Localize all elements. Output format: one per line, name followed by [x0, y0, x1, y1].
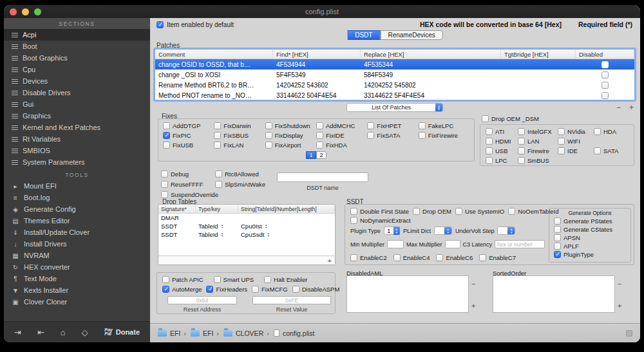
fix-checkbox-item[interactable]: FixHPET — [367, 122, 418, 130]
list-of-patches-dropdown[interactable]: List Of Patches ▴▾ — [346, 103, 443, 112]
fix-checkbox-item[interactable]: FakeLPC — [419, 122, 469, 130]
checkbox[interactable] — [206, 286, 213, 293]
checkbox[interactable] — [554, 226, 561, 233]
sidebar-section-item[interactable]: Boot Graphics — [4, 52, 150, 64]
device-checkbox-item[interactable]: WIFI — [558, 137, 594, 145]
fix-checkbox-item[interactable]: FixAirport — [265, 141, 316, 149]
apic-checkbox-item[interactable]: Halt Enabler — [264, 275, 307, 284]
sidebar-section-item[interactable]: SMBIOS — [4, 145, 150, 156]
apic-checkbox-item[interactable]: Patch APIC — [162, 275, 204, 284]
checkbox[interactable] — [594, 147, 601, 154]
checkbox[interactable] — [350, 217, 357, 224]
sidebar-section-item[interactable]: Disable Drivers — [4, 87, 150, 98]
patch-disabled-checkbox[interactable] — [601, 92, 609, 99]
min-multiplier-input[interactable] — [387, 240, 404, 248]
undervolt-dropdown[interactable]: ▴▾ — [497, 227, 515, 235]
close-button[interactable] — [10, 8, 17, 15]
device-checkbox-item[interactable]: SATA — [594, 147, 629, 155]
tab[interactable]: DSDT — [347, 30, 380, 40]
fix-checkbox-item[interactable]: FixDisplay — [265, 131, 316, 140]
column-header[interactable]: Signature* — [158, 205, 196, 213]
sidebar-tool-item[interactable]: ▣ Clover Cloner — [4, 296, 150, 308]
sidebar-section-item[interactable]: Graphics — [4, 110, 150, 122]
checkbox[interactable] — [558, 138, 565, 145]
fix-checkbox-item[interactable]: FixPIC — [163, 131, 214, 140]
generate-option-item[interactable]: Generate PStates — [554, 217, 626, 225]
checkbox[interactable] — [367, 132, 374, 139]
checkbox[interactable] — [419, 132, 426, 139]
checkbox[interactable] — [554, 243, 561, 250]
item-enabled-checkbox[interactable] — [156, 21, 164, 28]
checkbox[interactable] — [554, 234, 561, 241]
checkbox[interactable] — [162, 276, 169, 283]
generate-option-item[interactable]: PluginType — [554, 250, 626, 259]
footer-action-icon[interactable]: ⇥ — [14, 328, 21, 337]
checkbox[interactable] — [214, 276, 221, 283]
breadcrumb-item[interactable]: config.plist — [274, 329, 318, 337]
fix-checkbox-item[interactable]: FixDarwin — [214, 122, 265, 130]
page-button[interactable]: 2 — [316, 151, 327, 159]
checkbox[interactable] — [215, 181, 222, 188]
checkbox[interactable] — [508, 208, 515, 215]
plugin-type-stepper[interactable]: 1 ▴▾ — [384, 227, 400, 235]
misc-checkbox-item[interactable]: ReuseFFFF — [161, 180, 215, 189]
checkbox[interactable] — [594, 128, 601, 135]
column-header[interactable]: String[TableId]/Number[Length] — [238, 205, 335, 213]
footer-action-icon[interactable]: ⇤ — [37, 328, 44, 337]
checkbox[interactable] — [558, 128, 565, 135]
sortedorder-textarea[interactable] — [493, 275, 615, 313]
fix-checkbox-item[interactable]: FixFirewire — [419, 131, 469, 140]
sidebar-section-item[interactable]: System Parameters — [4, 156, 150, 168]
fix-checkbox-item[interactable]: FixSBUS — [214, 131, 265, 140]
checkbox[interactable] — [554, 251, 561, 258]
checkbox[interactable] — [214, 122, 221, 129]
patch-row[interactable]: change OSID to OSSD, that b… 4F534944 4F… — [155, 59, 634, 69]
sidebar-tool-item[interactable]: ▸ Mount EFI — [4, 180, 150, 192]
checkbox[interactable] — [163, 142, 170, 149]
zoom-button[interactable] — [34, 8, 41, 15]
fix-checkbox-item[interactable]: FixShutdown — [265, 122, 316, 130]
checkbox[interactable] — [214, 142, 221, 149]
checkbox[interactable] — [163, 132, 170, 139]
device-checkbox-item[interactable]: IntelGFX — [518, 127, 558, 136]
sortedorder-remove-button[interactable]: − — [618, 280, 621, 288]
checkbox[interactable] — [367, 122, 374, 129]
fix-checkbox-item[interactable]: FixUSB — [163, 141, 214, 149]
checkbox[interactable] — [214, 132, 221, 139]
page-button[interactable]: 1 — [306, 151, 316, 159]
checkbox[interactable] — [518, 157, 525, 164]
checkbox[interactable] — [518, 138, 525, 145]
enable-checkbox-item[interactable]: EnableC4 — [393, 254, 430, 262]
resize-grip[interactable] — [626, 330, 632, 337]
enable-checkbox-item[interactable]: EnableC2 — [350, 254, 387, 262]
ssdt-checkbox-item[interactable]: Use SystemIO — [455, 207, 504, 216]
checkbox[interactable] — [350, 254, 357, 261]
checkbox[interactable] — [486, 128, 493, 135]
checkbox[interactable] — [292, 286, 299, 293]
column-header[interactable]: Disabled — [576, 50, 634, 59]
checkbox[interactable] — [161, 191, 168, 198]
breadcrumb-item[interactable]: CLOVER › — [223, 329, 269, 337]
checkbox[interactable] — [316, 122, 323, 129]
sidebar-tool-item[interactable]: ▤ Themes Editor — [4, 215, 150, 227]
sidebar-tool-item[interactable]: ▼ Kexts Installer — [4, 284, 150, 296]
sidebar-tool-item[interactable]: ⇓ Install/Update Clover — [4, 227, 150, 238]
sidebar-tool-item[interactable]: ¶ Text Mode — [4, 273, 150, 284]
checkbox[interactable] — [486, 157, 493, 164]
checkbox[interactable] — [393, 254, 401, 261]
checkbox[interactable] — [486, 138, 493, 145]
checkbox[interactable] — [482, 115, 489, 122]
generate-option-item[interactable]: APSN — [554, 234, 626, 242]
checkbox[interactable] — [455, 208, 462, 215]
breadcrumb-item[interactable]: EFI › — [191, 329, 219, 337]
fix-checkbox-item[interactable]: FixIDE — [316, 131, 367, 140]
checkbox[interactable] — [265, 142, 272, 149]
sidebar-tool-item[interactable]: ↓ Install Drivers — [4, 238, 150, 250]
apic-checkbox-item[interactable]: AutoMerge — [162, 285, 202, 293]
checkbox[interactable] — [518, 147, 525, 154]
apic-checkbox-item[interactable]: Smart UPS — [214, 275, 254, 284]
footer-action-icon[interactable]: ⌂ — [61, 328, 66, 337]
generate-option-item[interactable]: APLF — [554, 242, 626, 250]
sidebar-tool-item[interactable]: ↻ HEX converter — [4, 261, 150, 273]
enable-checkbox-item[interactable]: EnableC6 — [436, 254, 473, 262]
